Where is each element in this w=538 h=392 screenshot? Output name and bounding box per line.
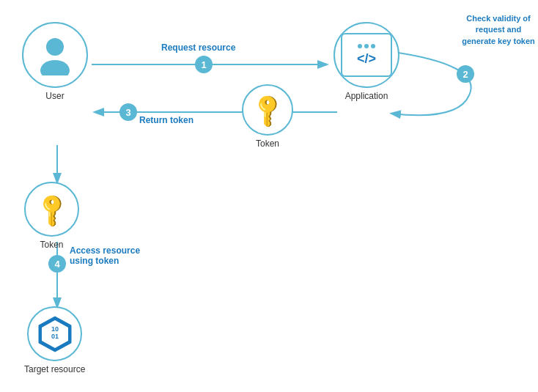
step1-label: Request resource xyxy=(161,42,235,53)
target-circle-outer: 10 01 xyxy=(27,306,82,361)
app-dots xyxy=(358,44,375,48)
token-bottom-circle: 🔑 xyxy=(24,182,79,237)
step3-badge: 3 xyxy=(119,103,137,121)
token-bottom-node: 🔑 Token xyxy=(24,182,79,250)
application-label: Application xyxy=(345,91,388,101)
step3-label: Return token xyxy=(139,115,194,125)
app-dot-2 xyxy=(364,44,369,48)
app-dot-1 xyxy=(358,44,362,48)
target-node: 10 01 Target resource xyxy=(24,306,85,374)
app-code-icon: </> xyxy=(357,51,376,67)
application-node: </> Application xyxy=(334,22,399,101)
step1-badge: 1 xyxy=(195,56,213,73)
step2-number: 2 xyxy=(457,65,474,83)
svg-point-4 xyxy=(46,38,64,56)
svg-text:01: 01 xyxy=(51,333,59,340)
step2-label: Check validity of request and generate k… xyxy=(462,13,535,47)
token-mid-label: Token xyxy=(256,138,279,149)
step2-badge: 2 xyxy=(457,65,474,83)
target-label: Target resource xyxy=(24,364,85,374)
key-bottom-icon: 🔑 xyxy=(32,189,72,229)
token-mid-circle: 🔑 xyxy=(242,84,293,136)
diagram: User 1 Request resource </> Application … xyxy=(0,0,538,392)
target-circle: 10 01 xyxy=(27,306,82,361)
token-bottom-label: Token xyxy=(40,240,63,250)
user-circle xyxy=(22,22,88,88)
user-node: User xyxy=(22,22,88,101)
step4-label: Access resourceusing token xyxy=(70,245,165,266)
user-icon-svg xyxy=(37,35,73,75)
user-label: User xyxy=(45,91,64,101)
step3-number: 3 xyxy=(119,103,137,121)
key-mid-icon: 🔑 xyxy=(247,89,287,130)
application-circle: </> xyxy=(334,22,399,88)
hex-svg: 10 01 xyxy=(36,315,74,353)
step1-number: 1 xyxy=(195,56,213,73)
svg-text:10: 10 xyxy=(51,325,59,333)
application-box: </> xyxy=(341,33,392,77)
step4-number: 4 xyxy=(48,255,66,273)
app-dot-3 xyxy=(371,44,375,48)
token-mid-node: 🔑 Token xyxy=(242,84,293,149)
svg-point-5 xyxy=(40,60,70,75)
step4-badge: 4 xyxy=(48,255,66,273)
